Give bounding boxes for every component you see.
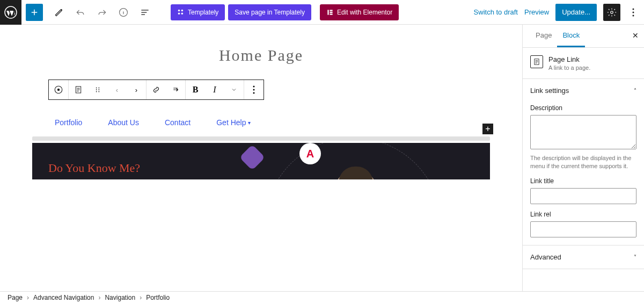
svg-point-17 bbox=[96, 88, 97, 89]
chevron-down-icon: ˅ bbox=[634, 254, 636, 260]
svg-point-24 bbox=[253, 89, 255, 91]
crumb-nav[interactable]: Navigation bbox=[105, 294, 135, 301]
wordpress-logo[interactable] bbox=[0, 0, 21, 25]
svg-point-10 bbox=[611, 11, 613, 13]
save-templately-button[interactable]: Save page in Templately bbox=[228, 4, 311, 20]
nav-item-portfolio[interactable]: Portfolio bbox=[55, 118, 82, 127]
edit-mode-button[interactable] bbox=[49, 3, 69, 22]
svg-point-20 bbox=[98, 89, 99, 90]
canvas-inner: Home Page ‹ › bbox=[0, 25, 522, 64]
italic-button[interactable]: I bbox=[205, 80, 224, 99]
link-title-input[interactable] bbox=[530, 188, 636, 204]
panel-link-settings: Link settings ˄ Description The descript… bbox=[523, 79, 644, 246]
link-title-label: Link title bbox=[530, 177, 636, 185]
templately-button[interactable]: Templately bbox=[171, 4, 225, 20]
settings-button[interactable] bbox=[603, 4, 620, 21]
topbar-left-tools bbox=[26, 3, 155, 22]
crumb-portfolio[interactable]: Portfolio bbox=[146, 294, 170, 301]
crumb-advnav[interactable]: Advanced Navigation bbox=[33, 294, 94, 301]
svg-rect-9 bbox=[330, 13, 332, 15]
move-right-button[interactable]: › bbox=[127, 80, 146, 99]
svg-rect-8 bbox=[330, 11, 332, 12]
templately-label: Templately bbox=[188, 9, 218, 16]
panel-advanced-header[interactable]: Advanced ˅ bbox=[523, 246, 644, 269]
block-more-button[interactable] bbox=[244, 80, 264, 99]
nav-menu: Portfolio About Us Contact Get Help ▾ bbox=[32, 118, 490, 127]
panel-title: Link settings bbox=[530, 86, 569, 95]
link-rel-input[interactable] bbox=[530, 221, 636, 237]
move-left-button[interactable]: ‹ bbox=[107, 80, 127, 99]
crumb-sep: › bbox=[98, 294, 100, 301]
chevron-up-icon: ˄ bbox=[634, 88, 636, 93]
add-nav-item-button[interactable]: + bbox=[482, 124, 493, 134]
preview-button[interactable]: Preview bbox=[524, 8, 549, 16]
svg-point-21 bbox=[96, 91, 97, 92]
block-description: A link to a page. bbox=[548, 64, 590, 71]
submenu-button[interactable] bbox=[166, 80, 185, 99]
redo-button[interactable] bbox=[92, 3, 112, 22]
link-button[interactable] bbox=[147, 80, 166, 99]
update-label: Update... bbox=[562, 8, 590, 16]
svg-point-5 bbox=[181, 12, 184, 14]
svg-point-3 bbox=[181, 9, 184, 11]
svg-point-13 bbox=[633, 15, 634, 16]
edit-elementor-button[interactable]: Edit with Elementor bbox=[320, 4, 399, 20]
more-format-button[interactable] bbox=[224, 80, 244, 99]
switch-draft-button[interactable]: Switch to draft bbox=[474, 8, 518, 16]
svg-point-12 bbox=[633, 11, 634, 13]
angular-icon: A bbox=[299, 143, 321, 164]
close-sidebar-button[interactable]: ✕ bbox=[632, 31, 639, 40]
editor-canvas: Home Page ‹ › bbox=[0, 25, 522, 291]
tab-page[interactable]: Page bbox=[530, 25, 557, 47]
more-options-button[interactable] bbox=[627, 3, 640, 22]
topbar-right: Switch to draft Preview Update... bbox=[474, 3, 640, 22]
crumb-sep: › bbox=[140, 294, 142, 301]
description-label: Description bbox=[530, 104, 636, 112]
svg-point-23 bbox=[253, 86, 255, 88]
elementor-label: Edit with Elementor bbox=[337, 9, 392, 16]
bold-button[interactable]: B bbox=[186, 80, 205, 99]
save-templately-label: Save page in Templately bbox=[235, 9, 305, 16]
page-title[interactable]: Home Page bbox=[0, 46, 522, 64]
block-name: Page Link bbox=[548, 55, 590, 63]
svg-point-11 bbox=[633, 8, 634, 10]
hero-graphic: A ◂▸ bbox=[243, 148, 469, 179]
nav-item-about[interactable]: About Us bbox=[108, 118, 139, 127]
navigation-block[interactable]: Portfolio About Us Contact Get Help ▾ + bbox=[32, 118, 490, 141]
svg-point-15 bbox=[57, 89, 60, 91]
topbar-plugins: Templately Save page in Templately Edit … bbox=[171, 4, 399, 20]
crumb-page[interactable]: Page bbox=[8, 294, 23, 301]
svg-point-19 bbox=[96, 89, 97, 90]
block-toolbar: ‹ › B I bbox=[48, 80, 264, 100]
svg-point-18 bbox=[98, 88, 99, 89]
svg-point-25 bbox=[253, 92, 255, 94]
page-list-button[interactable] bbox=[69, 80, 88, 99]
nav-item-contact[interactable]: Contact bbox=[165, 118, 191, 127]
svg-rect-7 bbox=[330, 10, 332, 11]
crumb-sep: › bbox=[27, 294, 29, 301]
svg-rect-6 bbox=[327, 10, 328, 15]
update-button[interactable]: Update... bbox=[555, 4, 597, 21]
list-view-button[interactable] bbox=[135, 3, 155, 22]
info-button[interactable] bbox=[114, 3, 133, 22]
undo-button[interactable] bbox=[71, 3, 90, 22]
breadcrumb: Page › Advanced Navigation › Navigation … bbox=[0, 291, 644, 303]
tab-block[interactable]: Block bbox=[557, 25, 585, 47]
add-block-button[interactable] bbox=[26, 4, 43, 21]
hero-section: Do You Know Me? 👋 I’m Michiel Annaert in… bbox=[32, 143, 490, 179]
bootstrap-icon bbox=[239, 145, 265, 170]
block-type-button[interactable] bbox=[49, 80, 68, 99]
drag-handle[interactable] bbox=[88, 80, 107, 99]
panel-link-settings-header[interactable]: Link settings ˄ bbox=[523, 79, 644, 102]
block-spacer bbox=[32, 136, 490, 141]
description-textarea[interactable] bbox=[530, 115, 636, 149]
nav-item-gethelp[interactable]: Get Help ▾ bbox=[216, 118, 251, 127]
panel-advanced: Advanced ˅ bbox=[523, 246, 644, 269]
panel-advanced-title: Advanced bbox=[530, 253, 561, 261]
block-header: Page Link A link to a page. bbox=[523, 48, 644, 79]
page-link-icon bbox=[530, 55, 543, 68]
editor-topbar: Templately Save page in Templately Edit … bbox=[0, 0, 644, 25]
link-rel-label: Link rel bbox=[530, 211, 636, 218]
nav-item-label: Get Help bbox=[216, 118, 246, 127]
svg-point-2 bbox=[178, 9, 180, 11]
